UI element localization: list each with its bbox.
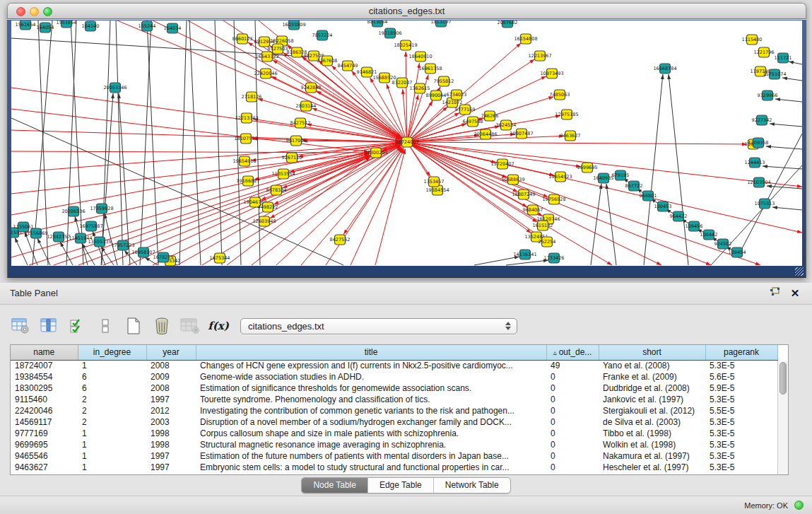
column-header-out-degree[interactable]: ▵out_de... xyxy=(546,345,599,360)
network-node[interactable]: 8878334 xyxy=(266,185,287,195)
network-edge[interactable] xyxy=(11,151,369,153)
network-edge[interactable] xyxy=(407,142,661,265)
network-node[interactable]: 20364486 xyxy=(473,129,497,139)
network-node[interactable]: 15720407 xyxy=(490,159,514,169)
network-edge[interactable] xyxy=(227,157,370,265)
network-node[interactable]: 8990044 xyxy=(426,90,447,100)
network-node[interactable]: 1675344 xyxy=(210,253,230,263)
network-node[interactable]: 164140 xyxy=(82,21,100,31)
network-node[interactable]: 16033809 xyxy=(282,21,305,30)
network-node[interactable]: 20053346 xyxy=(103,83,126,93)
network-node[interactable]: 1362615 xyxy=(410,83,430,93)
network-edge[interactable] xyxy=(775,99,802,102)
tab-node-table[interactable]: Node Table xyxy=(302,478,368,493)
network-edge[interactable] xyxy=(474,257,519,265)
network-node[interactable]: 19654923 xyxy=(548,172,572,182)
network-node[interactable]: 1244413 xyxy=(745,158,765,168)
network-node[interactable]: 6497568 xyxy=(463,117,483,127)
network-node[interactable]: 9699695 xyxy=(577,163,598,173)
column-header-name[interactable]: name xyxy=(11,345,78,360)
network-node[interactable]: 14136141 xyxy=(513,250,536,259)
network-node[interactable]: 8427552 xyxy=(330,235,351,245)
network-edge[interactable] xyxy=(763,166,802,169)
table-row[interactable]: 946362711997Embryonic stem cells: a mode… xyxy=(11,462,777,473)
table-row[interactable]: 1872400712008Changes of HCN gene express… xyxy=(11,360,777,371)
network-node[interactable]: 1640935 xyxy=(594,173,614,183)
network-node[interactable]: 1551654 xyxy=(57,21,77,28)
tab-edge-table[interactable]: Edge Table xyxy=(368,478,434,493)
table-row[interactable]: 1830029562008Estimation of significance … xyxy=(11,382,777,394)
network-node[interactable]: 164034 xyxy=(164,23,182,33)
network-node[interactable]: 16975887 xyxy=(79,221,102,231)
network-node[interactable]: 1813197 xyxy=(431,21,452,27)
network-graph[interactable]: 1872400718300295866012389129541822605881… xyxy=(11,21,802,266)
create-new-column-icon[interactable] xyxy=(123,315,144,337)
column-header-year[interactable]: year xyxy=(146,345,196,360)
network-node[interactable]: 20206536 xyxy=(61,206,85,216)
network-node[interactable]: 1075313 xyxy=(755,199,775,209)
network-node[interactable]: 1733426 xyxy=(544,253,565,263)
network-edge[interactable] xyxy=(147,21,158,265)
network-edge[interactable] xyxy=(644,74,663,265)
network-node[interactable]: 17359928 xyxy=(90,204,113,214)
network-edge[interactable] xyxy=(770,124,802,127)
network-node[interactable]: 746266 xyxy=(481,111,499,121)
minimize-window-button[interactable] xyxy=(30,7,39,16)
column-header-in-degree[interactable]: in_degree xyxy=(78,345,146,360)
network-edge[interactable] xyxy=(407,63,420,142)
network-node[interactable]: 22420046 xyxy=(254,69,277,78)
network-node[interactable]: 19166827 xyxy=(236,176,259,186)
table-row[interactable]: 2242004622012Investigating the contribut… xyxy=(11,405,777,416)
network-node[interactable]: 3624534 xyxy=(496,120,517,130)
network-node[interactable]: 8660123 xyxy=(233,34,253,44)
network-node[interactable]: 10973493 xyxy=(540,69,563,78)
column-header-short[interactable]: short xyxy=(599,345,705,360)
network-node[interactable]: 16648784 xyxy=(653,64,676,74)
network-node[interactable]: 16154808 xyxy=(514,34,537,44)
zoom-window-button[interactable] xyxy=(43,7,52,16)
network-node[interactable]: 1221796 xyxy=(754,47,775,57)
network-edge[interactable] xyxy=(37,238,50,265)
network-edge[interactable] xyxy=(407,142,554,175)
network-node[interactable]: 867722 xyxy=(625,181,643,191)
network-node[interactable]: 12213343 xyxy=(235,113,258,123)
network-node[interactable]: 9329966 xyxy=(758,90,778,100)
table-row[interactable]: 1456911722003Disruption of a novel membe… xyxy=(11,416,777,428)
network-edge[interactable] xyxy=(407,95,418,142)
column-visibility-icon[interactable] xyxy=(38,315,59,337)
row-selection-mode-icon[interactable] xyxy=(66,315,88,337)
delete-table-icon[interactable] xyxy=(180,315,201,337)
network-edge[interactable] xyxy=(15,238,28,265)
network-node[interactable]: 19218906 xyxy=(378,28,401,38)
network-edge[interactable] xyxy=(407,134,515,142)
network-node[interactable]: 12975185 xyxy=(555,110,578,119)
network-node[interactable]: 100453 xyxy=(654,201,672,211)
network-edge[interactable] xyxy=(407,142,612,265)
network-node[interactable]: 2718126 xyxy=(242,92,262,102)
merge-rows-icon[interactable] xyxy=(95,315,116,337)
tab-network-table[interactable]: Network Table xyxy=(434,478,510,493)
network-node[interactable]: 12603948 xyxy=(252,216,276,226)
network-node[interactable]: 1561654 xyxy=(16,21,36,30)
table-scrollbar[interactable] xyxy=(777,361,788,474)
network-edge[interactable] xyxy=(591,184,601,265)
network-edge[interactable] xyxy=(766,146,802,149)
network-node[interactable]: 9242848 xyxy=(301,83,322,93)
network-edge[interactable] xyxy=(258,99,407,142)
network-edge[interactable] xyxy=(215,21,222,265)
network-edge[interactable] xyxy=(782,78,802,81)
close-panel-icon[interactable]: ✕ xyxy=(788,287,802,300)
table-row[interactable]: 946554611997Estimation of the future num… xyxy=(11,450,777,462)
close-window-button[interactable] xyxy=(16,7,25,16)
column-header-pagerank[interactable]: pagerank xyxy=(705,345,777,360)
network-edge[interactable] xyxy=(407,107,447,142)
network-edge[interactable] xyxy=(506,260,548,265)
memory-status-indicator[interactable] xyxy=(794,501,804,510)
window-titlebar[interactable]: citations_edges.txt xyxy=(7,3,806,19)
network-edge[interactable] xyxy=(180,21,187,265)
table-row[interactable]: 1938455462009Genome-wide association stu… xyxy=(11,371,777,382)
network-edge[interactable] xyxy=(234,21,241,265)
table-select-dropdown[interactable]: citations_edges.txt xyxy=(240,318,517,334)
network-node[interactable]: 679195 xyxy=(612,170,630,180)
network-node[interactable]: 2087682 xyxy=(498,21,518,28)
